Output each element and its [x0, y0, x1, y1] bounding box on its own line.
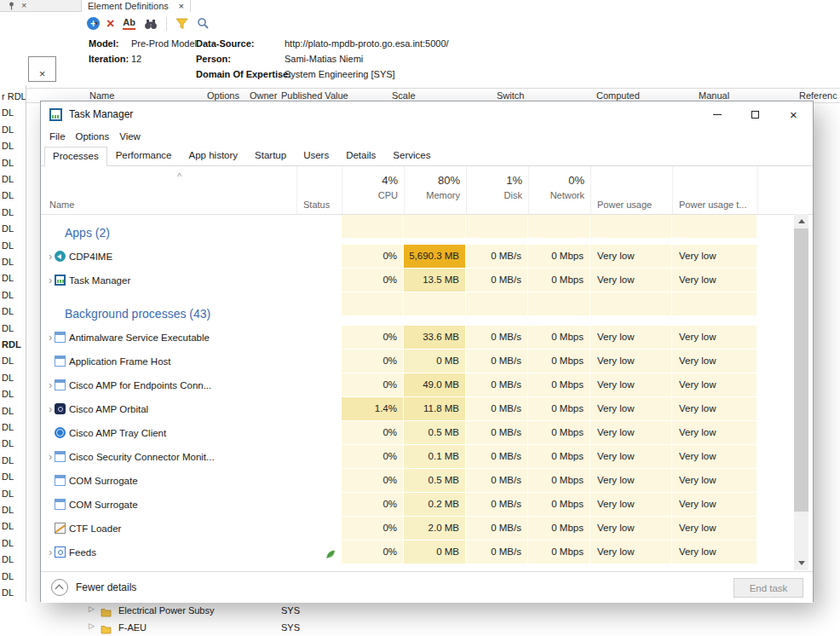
column-header-network[interactable]: 0%Network — [528, 166, 590, 200]
filter-button[interactable] — [175, 18, 188, 30]
minimize-button[interactable] — [698, 101, 736, 127]
rdl-list-item[interactable]: r RDL — [2, 89, 26, 105]
menu-view[interactable]: View — [114, 131, 146, 142]
process-row-cisco-amp-orbital[interactable]: ›Cisco AMP Orbital1.4%11.8 MB0 MB/s0 Mbp… — [41, 397, 813, 421]
tab-close-icon[interactable]: × — [179, 1, 184, 11]
rdl-list-item[interactable]: DL — [2, 188, 14, 204]
rdl-list-item[interactable]: DL — [2, 105, 14, 121]
add-element-button[interactable]: + ▾ — [87, 17, 98, 30]
tab-services[interactable]: Services — [384, 146, 439, 165]
process-row-application-frame-host[interactable]: Application Frame Host0%0 MB0 MB/s0 Mbps… — [41, 350, 813, 373]
rdl-list-item[interactable]: DL — [2, 270, 14, 286]
process-row-antimalware-service-executable[interactable]: ›Antimalware Service Executable0%33.6 MB… — [41, 326, 813, 350]
filter-clear-button[interactable]: × — [28, 56, 56, 82]
minimize-icon — [713, 114, 722, 115]
heat-cell — [672, 215, 757, 239]
process-row-cisco-amp-for-endpoints-conn[interactable]: ›Cisco AMP for Endpoints Conn...0%49.0 M… — [41, 373, 813, 397]
tab-users[interactable]: Users — [295, 146, 337, 165]
rdl-list-item[interactable]: DL — [2, 370, 14, 386]
rename-button[interactable]: Ab — [123, 17, 135, 29]
rdl-list-item[interactable]: DL — [2, 205, 14, 221]
column-header-power-usage[interactable]: Power usage — [597, 199, 652, 210]
scroll-down-button[interactable] — [794, 556, 808, 570]
tab-details[interactable]: Details — [337, 146, 384, 165]
rdl-list-item[interactable]: DL — [2, 419, 14, 436]
process-row-feeds[interactable]: ›Feeds0%0 MB0 MB/s0 MbpsVery lowVery low — [41, 541, 813, 564]
tab-startup[interactable]: Startup — [246, 146, 295, 165]
process-list: Apps (2)›CDP4IME0%5,690.3 MB0 MB/s0 Mbps… — [41, 215, 813, 571]
expand-chevron-icon[interactable]: › — [49, 541, 52, 564]
rdl-list-item[interactable]: DL — [2, 254, 14, 270]
rdl-list-item[interactable]: DL — [2, 518, 14, 535]
rdl-list-item[interactable]: DL — [2, 569, 14, 585]
rdl-list-item[interactable]: DL — [2, 436, 14, 452]
rdl-list-item[interactable]: DL — [2, 155, 14, 171]
close-button[interactable]: × — [774, 101, 813, 127]
column-header-disk[interactable]: 1%Disk — [466, 166, 528, 200]
scrollbar-thumb[interactable] — [794, 228, 808, 512]
pane-close-icon[interactable]: × — [21, 1, 26, 10]
rdl-list-item[interactable]: DL — [2, 486, 14, 502]
column-header-power-usage-trend[interactable]: Power usage t... — [679, 199, 747, 210]
expand-arrow-icon[interactable]: ▷ — [89, 604, 95, 613]
expand-arrow-icon[interactable]: ▷ — [89, 622, 95, 630]
rdl-list-item[interactable]: DL — [2, 171, 14, 188]
expand-chevron-icon[interactable]: › — [49, 445, 52, 469]
expand-chevron-icon[interactable]: › — [49, 326, 52, 350]
tab-app-history[interactable]: App history — [181, 146, 247, 165]
scroll-up-button[interactable] — [794, 214, 808, 228]
title-bar[interactable]: Task Manager × — [41, 101, 813, 127]
expand-chevron-icon[interactable]: › — [49, 397, 52, 421]
tab-processes[interactable]: Processes — [44, 147, 107, 166]
rdl-list-item[interactable]: DL — [2, 122, 14, 138]
column-header-status[interactable]: Status — [303, 199, 330, 210]
group-row-background-processes-43[interactable]: Background processes (43) — [41, 292, 813, 326]
rdl-list-item[interactable]: DL — [2, 502, 14, 518]
document-tab[interactable]: Element Definitions × — [82, 0, 191, 12]
rdl-list-item[interactable]: RDL — [2, 337, 21, 353]
rdl-list-item[interactable]: DL — [2, 535, 14, 552]
maximize-button[interactable] — [736, 101, 774, 127]
process-row-cisco-amp-tray-client[interactable]: Cisco AMP Tray Client0%0.5 MB0 MB/s0 Mbp… — [41, 421, 813, 445]
rdl-list-item[interactable]: DL — [2, 321, 14, 337]
process-row-com-surrogate[interactable]: COM Surrogate0%0.2 MB0 MB/s0 MbpsVery lo… — [41, 493, 813, 517]
menu-file[interactable]: File — [44, 131, 71, 142]
fewer-details-button[interactable]: Fewer details — [51, 579, 136, 596]
tree-row[interactable]: ▷Electrical Power SubsySYS — [0, 602, 840, 619]
expand-chevron-icon[interactable]: › — [49, 269, 52, 292]
rdl-list-item[interactable]: DL — [2, 238, 14, 254]
generic-icon — [55, 332, 66, 343]
rdl-list-item[interactable]: DL — [2, 138, 14, 154]
end-task-button[interactable]: End task — [734, 578, 803, 598]
network-cell: 0 Mbps — [528, 421, 590, 445]
delete-button[interactable]: × — [106, 17, 114, 31]
expand-chevron-icon[interactable]: › — [49, 373, 52, 397]
tree-row[interactable]: ▷F-AEUSYS — [0, 619, 840, 636]
menu-options[interactable]: Options — [71, 131, 115, 142]
search-binoculars-button[interactable] — [144, 18, 158, 30]
rdl-list-item[interactable]: DL — [2, 552, 14, 568]
pin-icon[interactable] — [8, 2, 15, 10]
rdl-list-item[interactable]: DL — [2, 353, 14, 369]
process-row-cisco-security-connector-monit[interactable]: ›Cisco Security Connector Monit...0%0.1 … — [41, 445, 813, 469]
rdl-list-item[interactable]: DL — [2, 403, 14, 419]
rdl-list-item[interactable]: DL — [2, 469, 14, 485]
column-header-memory[interactable]: 80%Memory — [404, 166, 466, 200]
tab-performance[interactable]: Performance — [107, 146, 181, 165]
rdl-list-item[interactable]: DL — [2, 304, 14, 320]
zoom-button[interactable] — [197, 17, 210, 30]
rdl-list-item[interactable]: DL — [2, 453, 14, 469]
process-row-cdp4ime[interactable]: ›CDP4IME0%5,690.3 MB0 MB/s0 MbpsVery low… — [41, 245, 813, 269]
rdl-list-item[interactable]: DL — [2, 287, 14, 304]
process-row-ctf-loader[interactable]: CTF Loader0%2.0 MB0 MB/s0 MbpsVery lowVe… — [41, 517, 813, 541]
process-row-com-surrogate[interactable]: COM Surrogate0%0.5 MB0 MB/s0 MbpsVery lo… — [41, 469, 813, 493]
column-header-cpu[interactable]: 4%CPU — [342, 166, 404, 200]
rdl-list-item[interactable]: DL — [2, 386, 14, 402]
process-row-task-manager[interactable]: ›Task Manager0%13.5 MB0 MB/s0 MbpsVery l… — [41, 269, 813, 292]
group-row-apps-2[interactable]: Apps (2) — [41, 215, 813, 245]
rdl-list-item[interactable]: DL — [2, 221, 14, 237]
expand-chevron-icon[interactable]: › — [49, 245, 52, 269]
scrollbar[interactable] — [794, 214, 808, 570]
rdl-list-item[interactable]: DL — [2, 585, 14, 601]
column-header-name[interactable]: Name — [49, 199, 74, 210]
